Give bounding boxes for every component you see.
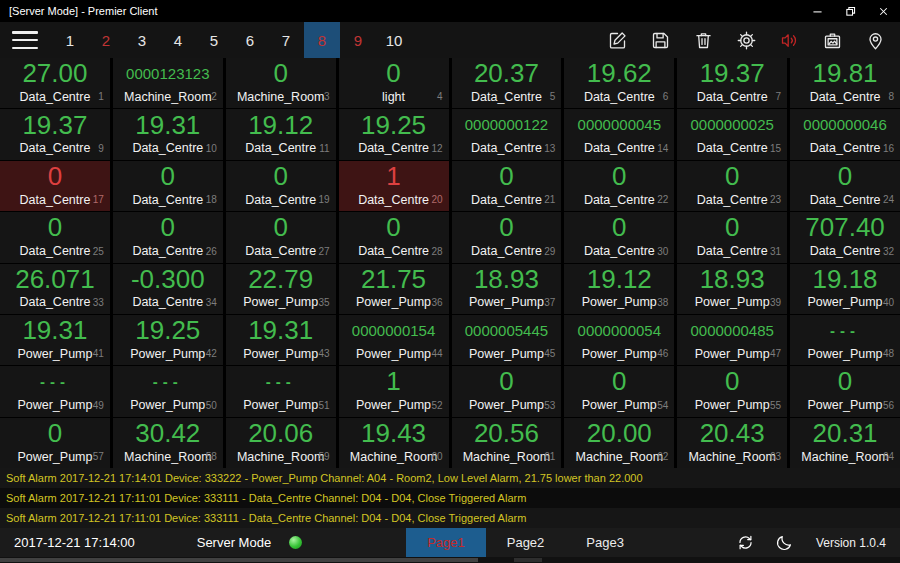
channel-cell-33[interactable]: 26.071Data_Centre33 — [0, 264, 110, 314]
channel-cell-58[interactable]: 30.42Machine_Room58 — [113, 418, 223, 468]
channel-cell-46[interactable]: 0000000054Power_Pump46 — [564, 315, 674, 365]
screen-tab-4[interactable]: 4 — [160, 22, 196, 58]
channel-cell-17[interactable]: 0Data_Centre17 — [0, 161, 110, 211]
screen-tab-2[interactable]: 2 — [88, 22, 124, 58]
channel-label: Machine_Room — [124, 450, 212, 464]
alarm-message-1[interactable]: Soft Alarm 2017-12-21 17:14:01 Device: 3… — [0, 468, 900, 488]
channel-label: Power_Pump — [695, 347, 770, 361]
scrollbar-thumb[interactable] — [0, 558, 478, 562]
minimize-button[interactable] — [801, 0, 834, 22]
channel-cell-18[interactable]: 0Data_Centre18 — [113, 161, 223, 211]
channel-cell-24[interactable]: 0Data_Centre24 — [790, 161, 900, 211]
channel-cell-12[interactable]: 19.25Data_Centre12 — [339, 109, 449, 159]
channel-cell-48[interactable]: ---Power_Pump48 — [790, 315, 900, 365]
channel-cell-43[interactable]: 19.31Power_Pump43 — [226, 315, 336, 365]
channel-cell-55[interactable]: 0Power_Pump55 — [677, 366, 787, 416]
channel-cell-54[interactable]: 0Power_Pump54 — [564, 366, 674, 416]
channel-cell-9[interactable]: 19.37Data_Centre9 — [0, 109, 110, 159]
channel-cell-27[interactable]: 0Data_Centre27 — [226, 212, 336, 262]
channel-cell-28[interactable]: 0Data_Centre28 — [339, 212, 449, 262]
alarm-message-2[interactable]: Soft Alarm 2017-12-21 17:11:01 Device: 3… — [0, 488, 900, 508]
channel-cell-16[interactable]: 0000000046Data_Centre16 — [790, 109, 900, 159]
location-icon[interactable] — [865, 30, 886, 51]
channel-cell-60[interactable]: 19.43Machine_Room60 — [339, 418, 449, 468]
channel-cell-2[interactable]: 0000123123Machine_Room2 — [113, 58, 223, 108]
channel-cell-56[interactable]: 0Power_Pump56 — [790, 366, 900, 416]
channel-cell-35[interactable]: 22.79Power_Pump35 — [226, 264, 336, 314]
channel-cell-42[interactable]: 19.25Power_Pump42 — [113, 315, 223, 365]
channel-cell-4[interactable]: 0light4 — [339, 58, 449, 108]
channel-cell-57[interactable]: 0Power_Pump57 — [0, 418, 110, 468]
channel-cell-10[interactable]: 19.31Data_Centre10 — [113, 109, 223, 159]
screen-tab-6[interactable]: 6 — [232, 22, 268, 58]
scrollbar-thumb-secondary[interactable] — [514, 558, 542, 562]
channel-cell-6[interactable]: 19.62Data_Centre6 — [564, 58, 674, 108]
horizontal-scrollbar[interactable] — [0, 557, 900, 563]
channel-cell-41[interactable]: 19.31Power_Pump41 — [0, 315, 110, 365]
channel-cell-45[interactable]: 0000005445Power_Pump45 — [452, 315, 562, 365]
page-tab-page3[interactable]: Page3 — [565, 528, 645, 557]
channel-cell-5[interactable]: 20.37Data_Centre5 — [452, 58, 562, 108]
channel-cell-29[interactable]: 0Data_Centre29 — [452, 212, 562, 262]
screen-tab-5[interactable]: 5 — [196, 22, 232, 58]
channel-cell-32[interactable]: 707.40Data_Centre32 — [790, 212, 900, 262]
channel-value: 19.18 — [790, 264, 900, 294]
channel-cell-31[interactable]: 0Data_Centre31 — [677, 212, 787, 262]
channel-cell-22[interactable]: 0Data_Centre22 — [564, 161, 674, 211]
save-icon[interactable] — [650, 30, 671, 51]
channel-cell-21[interactable]: 0Data_Centre21 — [452, 161, 562, 211]
channel-cell-61[interactable]: 20.56Machine_Room61 — [452, 418, 562, 468]
screen-tab-10[interactable]: 10 — [376, 22, 412, 58]
channel-cell-8[interactable]: 19.81Data_Centre8 — [790, 58, 900, 108]
channel-cell-40[interactable]: 19.18Power_Pump40 — [790, 264, 900, 314]
alarm-message-3[interactable]: Soft Alarm 2017-12-21 17:11:01 Device: 3… — [0, 508, 900, 528]
channel-cell-37[interactable]: 18.93Power_Pump37 — [452, 264, 562, 314]
channel-cell-38[interactable]: 19.12Power_Pump38 — [564, 264, 674, 314]
channel-cell-13[interactable]: 0000000122Data_Centre13 — [452, 109, 562, 159]
screen-tab-3[interactable]: 3 — [124, 22, 160, 58]
channel-label: Data_Centre — [810, 141, 881, 155]
channel-cell-15[interactable]: 0000000025Data_Centre15 — [677, 109, 787, 159]
channel-cell-44[interactable]: 0000000154Power_Pump44 — [339, 315, 449, 365]
restore-button[interactable] — [834, 0, 867, 22]
channel-cell-50[interactable]: ---Power_Pump50 — [113, 366, 223, 416]
channel-cell-53[interactable]: 0Power_Pump53 — [452, 366, 562, 416]
channel-cell-47[interactable]: 0000000485Power_Pump47 — [677, 315, 787, 365]
edit-icon[interactable] — [607, 30, 628, 51]
settings-icon[interactable] — [736, 30, 757, 51]
screen-tab-9[interactable]: 9 — [340, 22, 376, 58]
channel-cell-30[interactable]: 0Data_Centre30 — [564, 212, 674, 262]
channel-cell-11[interactable]: 19.12Data_Centre11 — [226, 109, 336, 159]
sync-icon[interactable] — [736, 533, 755, 552]
page-tab-page2[interactable]: Page2 — [486, 528, 566, 557]
channel-cell-20[interactable]: 1Data_Centre20 — [339, 161, 449, 211]
channel-cell-1[interactable]: 27.00Data_Centre1 — [0, 58, 110, 108]
channel-cell-36[interactable]: 21.75Power_Pump36 — [339, 264, 449, 314]
page-tab-page1[interactable]: Page1 — [406, 528, 486, 557]
channel-cell-23[interactable]: 0Data_Centre23 — [677, 161, 787, 211]
channel-cell-14[interactable]: 0000000045Data_Centre14 — [564, 109, 674, 159]
night-mode-icon[interactable] — [775, 533, 794, 552]
channel-cell-52[interactable]: 1Power_Pump52 — [339, 366, 449, 416]
channel-cell-34[interactable]: -0.300Data_Centre34 — [113, 264, 223, 314]
channel-cell-64[interactable]: 20.31Machine_Room64 — [790, 418, 900, 468]
channel-cell-7[interactable]: 19.37Data_Centre7 — [677, 58, 787, 108]
channel-cell-19[interactable]: 0Data_Centre19 — [226, 161, 336, 211]
sound-on-icon[interactable] — [779, 30, 800, 51]
channel-cell-62[interactable]: 20.00Machine_Room62 — [564, 418, 674, 468]
channel-cell-59[interactable]: 20.06Machine_Room59 — [226, 418, 336, 468]
channel-cell-25[interactable]: 0Data_Centre25 — [0, 212, 110, 262]
channel-cell-26[interactable]: 0Data_Centre26 — [113, 212, 223, 262]
channel-cell-51[interactable]: ---Power_Pump51 — [226, 366, 336, 416]
channel-cell-49[interactable]: ---Power_Pump49 — [0, 366, 110, 416]
screen-tab-1[interactable]: 1 — [52, 22, 88, 58]
channel-cell-39[interactable]: 18.93Power_Pump39 — [677, 264, 787, 314]
close-button[interactable] — [867, 0, 900, 22]
screen-tab-7[interactable]: 7 — [268, 22, 304, 58]
channel-cell-63[interactable]: 20.43Machine_Room63 — [677, 418, 787, 468]
channel-cell-3[interactable]: 0Machine_Room3 — [226, 58, 336, 108]
hamburger-menu-icon[interactable] — [12, 31, 38, 49]
delete-icon[interactable] — [693, 30, 714, 51]
screen-tab-8[interactable]: 8 — [304, 22, 340, 58]
snapshot-icon[interactable] — [822, 30, 843, 51]
